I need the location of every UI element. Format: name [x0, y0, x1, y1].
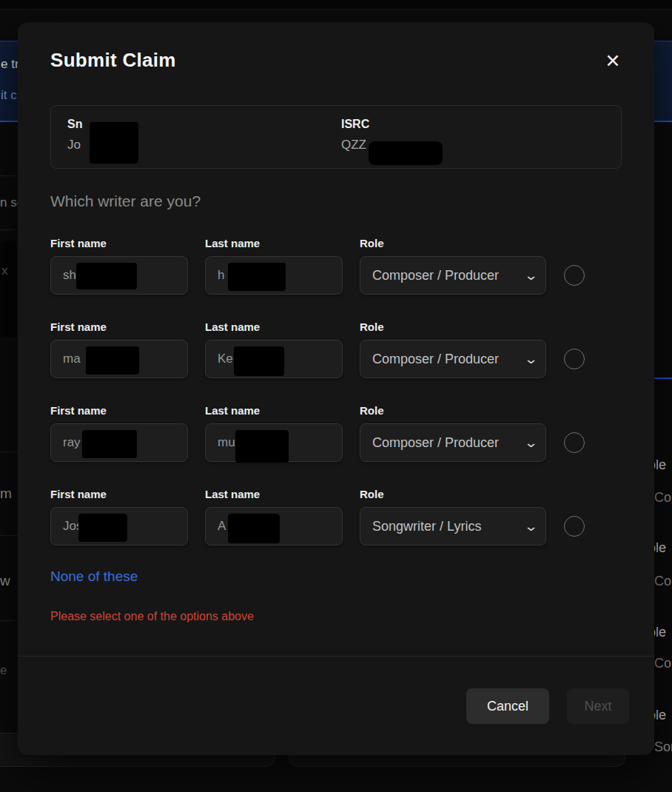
backdrop-row-fragment: w [0, 573, 10, 589]
close-icon[interactable]: ✕ [597, 46, 629, 75]
backdrop-artwork-fragment: x [1, 264, 8, 278]
backdrop-role-value-fragment: Com [654, 574, 672, 589]
chevron-down-icon: ⌄ [524, 351, 539, 367]
chevron-down-icon: ⌄ [524, 267, 539, 283]
backdrop-role-value-fragment: Com [654, 656, 672, 671]
writer-radio[interactable] [564, 349, 585, 369]
redaction-box [86, 346, 139, 375]
backdrop-divider [0, 452, 18, 452]
chevron-down-icon: ⌄ [524, 434, 539, 451]
backdrop-artwork [0, 241, 16, 337]
chevron-down-icon: ⌄ [524, 518, 539, 534]
role-label: Role [360, 237, 384, 249]
writer-radio[interactable] [564, 432, 585, 453]
backdrop-role-value-fragment: Com [654, 490, 672, 506]
redaction-box [228, 514, 280, 543]
track-title-label: Sn [67, 118, 82, 131]
redaction-box [90, 122, 138, 164]
track-title-value: Jo [67, 138, 82, 152]
redaction-box [234, 346, 284, 376]
submit-claim-modal: Submit Claim ✕ Sn Jo ISRC QZZ Which writ… [18, 22, 654, 755]
modal-title: Submit Claim [50, 49, 176, 72]
role-label: Role [360, 404, 384, 417]
track-info-card: Sn Jo ISRC QZZ [50, 105, 622, 169]
role-select-value: Composer / Producer [372, 352, 523, 367]
backdrop-role-value-fragment: Son [654, 739, 672, 755]
last-name-label: Last name [205, 321, 260, 333]
last-name-label: Last name [205, 237, 260, 249]
role-select-value: Composer / Producer [372, 268, 523, 283]
first-name-label: First name [50, 488, 107, 500]
footer-divider [18, 656, 654, 657]
role-select[interactable]: Songwriter / Lyrics ⌄ [360, 507, 546, 546]
role-select-value: Songwriter / Lyrics [372, 519, 523, 534]
writer-question: Which writer are you? [50, 192, 201, 210]
redaction-box [369, 141, 443, 165]
next-button[interactable]: Next [567, 688, 629, 724]
role-label: Role [360, 488, 384, 500]
banner-link-fragment[interactable]: it c [1, 88, 17, 103]
first-name-label: First name [50, 404, 107, 417]
backdrop-divider [0, 175, 18, 176]
backdrop-divider [0, 620, 18, 621]
backdrop-top-bar [0, 0, 672, 10]
redaction-box [78, 514, 127, 542]
redaction-box [82, 430, 137, 458]
none-of-these-link[interactable]: None of these [50, 568, 138, 585]
last-name-label: Last name [205, 404, 260, 417]
writer-radio[interactable] [564, 265, 585, 286]
role-select[interactable]: Composer / Producer ⌄ [360, 256, 546, 295]
last-name-label: Last name [205, 488, 260, 500]
backdrop-row-fragment: m [0, 486, 12, 502]
error-message: Please select one of the options above [50, 610, 254, 623]
cancel-button[interactable]: Cancel [466, 688, 549, 724]
redaction-box [76, 263, 137, 289]
redaction-box [235, 430, 289, 463]
role-select[interactable]: Composer / Producer ⌄ [360, 340, 546, 378]
role-label: Role [360, 321, 384, 333]
isrc-label: ISRC [341, 118, 369, 131]
backdrop-divider [0, 535, 18, 536]
backdrop-divider [0, 229, 18, 230]
backdrop-row-fragment: e [0, 663, 7, 678]
banner-text-fragment: e tr [1, 57, 19, 72]
isrc-value: QZZ [341, 138, 369, 152]
first-name-label: First name [50, 321, 107, 333]
writer-radio[interactable] [564, 516, 585, 537]
first-name-label: First name [50, 237, 107, 249]
role-select-value: Composer / Producer [372, 435, 523, 451]
redaction-box [228, 263, 286, 291]
role-select[interactable]: Composer / Producer ⌄ [360, 423, 546, 462]
